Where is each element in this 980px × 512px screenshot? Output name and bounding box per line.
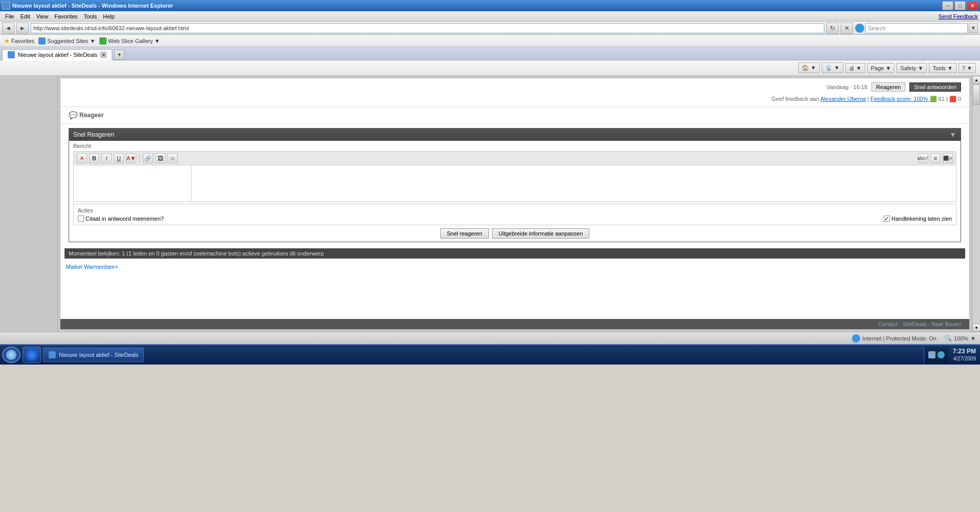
feedback-score-link[interactable]: Feedback score: 100% (870, 96, 930, 102)
taskbar-window-button[interactable]: Nieuwe layout aktief - SiteDeals (43, 348, 144, 362)
title-bar-text: Nieuwe layout aktief - SiteDeals - Windo… (12, 3, 173, 9)
maximize-button[interactable]: □ (954, 1, 966, 10)
feedback-user-link[interactable]: Alexander IJbema (820, 96, 866, 102)
reageer-icon: 💬 (69, 111, 77, 119)
toolbar-spell-button[interactable]: abc✓ (918, 153, 928, 163)
favorites-label: Favorites (11, 38, 34, 44)
stop-button[interactable]: ✕ (841, 23, 853, 34)
minimize-button[interactable]: ─ (942, 1, 953, 10)
acties-label: Acties (78, 207, 952, 214)
content-area: Vandaag · 16:18 Reageren Snel antwoorden… (58, 76, 972, 332)
positive-score: 🟩 (930, 96, 937, 102)
scroll-up-button[interactable]: ▲ (972, 76, 980, 84)
zoom-control[interactable]: 🔍 100% ▼ (945, 335, 976, 342)
menu-tools[interactable]: Tools (81, 12, 100, 20)
taskbar-favicon (49, 351, 56, 358)
back-button[interactable]: ◄ (2, 23, 14, 34)
scrollbar-track[interactable] (972, 84, 980, 324)
toolbar-italic-button[interactable]: I (101, 153, 112, 163)
editor-area[interactable] (73, 165, 956, 202)
citaat-label: Citaat in antwoord meenemen? (86, 216, 164, 222)
footer-naar-boven-link[interactable]: Naar Boven (931, 321, 961, 327)
toolbar-fullscreen-button[interactable]: ⬛A (943, 153, 953, 163)
scrollbar-thumb[interactable] (973, 84, 980, 105)
toolbar-image-button[interactable]: 🖼 (155, 153, 165, 163)
citaat-checkbox-item[interactable]: Citaat in antwoord meenemen? (78, 216, 164, 222)
toolbar-emoticon-button[interactable]: ☺ (167, 153, 178, 163)
menu-favorites[interactable]: Favorites (51, 12, 80, 20)
scroll-down-button[interactable]: ▼ (972, 324, 980, 332)
web-slice-gallery-button[interactable]: Web Slice Gallery ▼ (99, 37, 160, 45)
tray-icon-1 (928, 351, 935, 358)
handtekening-checkbox[interactable]: ✓ (884, 216, 890, 222)
tray-icon-2 (938, 351, 945, 358)
globe-icon: 🌐 (852, 334, 860, 343)
web-slice-chevron: ▼ (154, 38, 160, 44)
scrollbar-right[interactable]: ▲ ▼ (972, 76, 980, 332)
suggested-sites-button[interactable]: Suggested Sites ▼ (38, 37, 95, 45)
refresh-button[interactable]: ↻ (826, 23, 839, 34)
start-button[interactable] (2, 347, 20, 363)
taskbar-window-title: Nieuwe layout aktief - SiteDeals (59, 352, 138, 358)
favorites-bar: ★ Favorites Suggested Sites ▼ Web Slice … (0, 35, 980, 47)
address-bar: ◄ ► http://www.sitedeals.nl/sd-info/6063… (0, 22, 980, 35)
send-feedback-link[interactable]: Send Feedback (939, 13, 978, 19)
help-button[interactable]: ? ▼ (958, 63, 976, 73)
active-tab[interactable]: Nieuwe layout aktief - SiteDeals ✕ (2, 49, 112, 60)
toolbar-bold-button[interactable]: B (89, 153, 99, 163)
page-button[interactable]: Page ▼ (867, 63, 895, 73)
print-button[interactable]: 🖨 ▼ (845, 63, 865, 73)
citaat-checkbox[interactable] (78, 216, 84, 222)
toolbar-font-button[interactable]: A (77, 153, 87, 163)
tab-close-button[interactable]: ✕ (100, 52, 106, 58)
reageren-button[interactable]: Reageren (871, 82, 905, 92)
bericht-label: Bericht: (69, 141, 961, 151)
tools-button[interactable]: Tools ▼ (929, 63, 956, 73)
editor-left-pane[interactable] (74, 165, 191, 201)
clock-time: 7:23 PM (953, 347, 976, 356)
title-bar: Nieuwe layout aktief - SiteDeals - Windo… (0, 0, 980, 11)
editor-right-pane[interactable] (191, 165, 956, 201)
active-user-suffix: + (115, 264, 118, 270)
close-button[interactable]: ✕ (967, 1, 978, 10)
suggested-sites-icon (38, 37, 46, 45)
uitgebreide-info-button[interactable]: Uitgebreide informatie aanpassen (492, 228, 590, 239)
search-input[interactable]: Search (865, 23, 968, 33)
tab-favicon (8, 51, 15, 58)
reageer-label-text: Reageer (79, 112, 103, 119)
toolbar-resize-button[interactable]: ≡ (930, 153, 941, 163)
rss-button[interactable]: 📡 ▼ (822, 62, 843, 73)
post-time: Vandaag · 16:18 (826, 84, 867, 90)
snel-antwoorden-button[interactable]: Snel antwoorden (909, 82, 961, 92)
viewing-status-text: Momenteel bekijken: 1 (1 leden en 0 gast… (69, 250, 324, 257)
collapse-icon[interactable]: ▼ (949, 131, 956, 139)
active-user-link[interactable]: .Maikel Warmerdam+ (65, 264, 118, 270)
address-field[interactable]: http://www.sitedeals.nl/sd-info/60632-ni… (31, 23, 824, 33)
feedback-text: Geef feedback aan (772, 96, 819, 102)
new-tab-button[interactable]: + (114, 50, 124, 60)
viewing-status-bar: Momenteel bekijken: 1 (1 leden en 0 gast… (65, 248, 965, 259)
safety-button[interactable]: Safety ▼ (897, 63, 927, 73)
menu-view[interactable]: View (33, 12, 52, 20)
home-button[interactable]: 🏠 ▼ (798, 62, 820, 73)
footer-contact-link[interactable]: Contact (879, 321, 898, 327)
taskbar-right: 7:23 PM 4/27/2009 (924, 347, 978, 363)
toolbar-separator (139, 154, 140, 163)
footer-sitedeals-link[interactable]: SiteDeals (903, 321, 927, 327)
toolbar-link-button[interactable]: 🔗 (143, 153, 153, 163)
web-slice-icon (99, 37, 106, 45)
snel-reageren-submit-button[interactable]: Snel reageren (440, 228, 489, 239)
taskbar-ie-button[interactable] (23, 347, 41, 363)
search-go-button[interactable]: ▼ (969, 23, 978, 33)
menu-file[interactable]: File (2, 12, 17, 20)
favorites-button[interactable]: ★ Favorites (4, 37, 34, 45)
snel-reageren-header: Snel Reageren ▼ (69, 129, 961, 141)
menu-edit[interactable]: Edit (17, 12, 33, 20)
page-footer: Contact · SiteDeals · Naar Boven (60, 319, 969, 329)
suggested-sites-label: Suggested Sites (47, 38, 88, 44)
handtekening-checkbox-item[interactable]: ✓ Handtekening laten zien (884, 216, 952, 222)
forward-button[interactable]: ► (16, 23, 29, 34)
menu-help[interactable]: Help (100, 12, 118, 20)
toolbar-underline-button[interactable]: U (114, 153, 124, 163)
toolbar-color-button[interactable]: A▼ (126, 153, 136, 163)
